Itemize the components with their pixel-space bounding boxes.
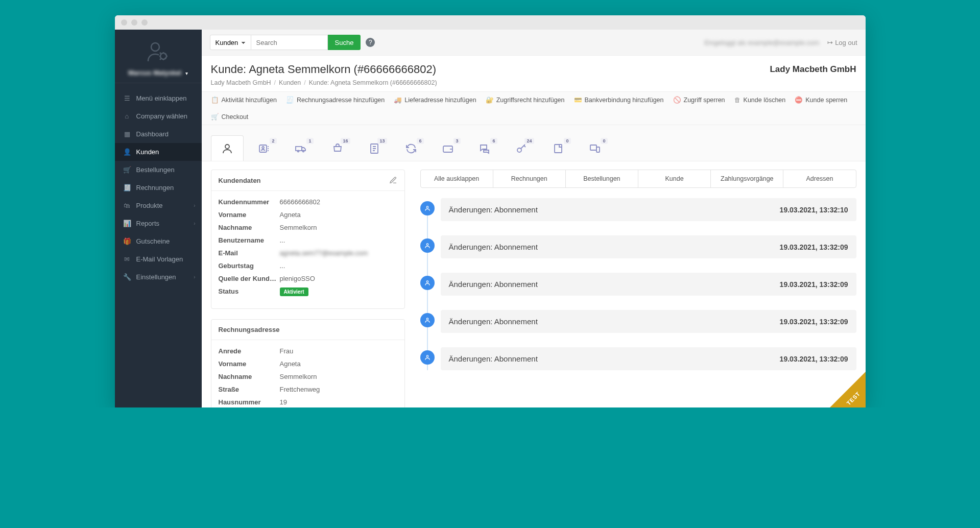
filter-bestellungen[interactable]: Bestellungen	[566, 170, 638, 187]
search-button[interactable]: Suche	[328, 35, 361, 50]
timeline-item[interactable]: Änderungen: Abonnement 19.03.2021, 13:32…	[441, 273, 856, 296]
sidebar-item-men-einklappen[interactable]: ☰Menü einklappen	[115, 89, 202, 107]
cart-icon: 🛒	[123, 166, 131, 174]
field-label: Quelle der Kundenre…	[219, 275, 280, 282]
panel-title: Kundendaten	[219, 177, 261, 184]
timeline-card: Änderungen: Abonnement 19.03.2021, 13:32…	[441, 198, 856, 221]
field-row: Geburtstag...	[219, 262, 397, 270]
sidebar-item-dashboard[interactable]: ▦Dashboard	[115, 125, 202, 143]
timeline-card: Änderungen: Abonnement 19.03.2021, 13:32…	[441, 347, 856, 370]
timeline-item[interactable]: Änderungen: Abonnement 19.03.2021, 13:32…	[441, 347, 856, 370]
action-aktivit-t-hinzuf-gen[interactable]: 📋Aktivität hinzufügen	[211, 96, 277, 104]
sidebar-item-gutscheine[interactable]: 🎁Gutscheine	[115, 232, 202, 250]
filter-alle-ausklappen[interactable]: Alle ausklappen	[421, 170, 493, 187]
page-header: Kunde: Agneta Semmelkorn (#66666666802) …	[202, 55, 866, 92]
tab-invoice[interactable]: 13	[358, 135, 391, 161]
action-kunde-sperren[interactable]: ⛔Kunde sperren	[795, 96, 847, 104]
filter-rechnungen[interactable]: Rechnungen	[493, 170, 566, 187]
titlebar	[115, 15, 866, 30]
timeline-item[interactable]: Änderungen: Abonnement 19.03.2021, 13:32…	[441, 235, 856, 258]
svg-point-0	[151, 43, 159, 51]
sidebar-item-company-w-hlen[interactable]: ⌂Company wählen	[115, 107, 202, 125]
action-zugriffsrecht-hinzuf-gen[interactable]: 🔐Zugriffsrecht hinzufügen	[486, 96, 565, 104]
sidebar-user-block[interactable]: Marcus Matyskel ▾	[115, 30, 202, 83]
logout-link[interactable]: ↦ Log out	[827, 39, 857, 46]
breadcrumb-item[interactable]: Kunden	[279, 79, 301, 86]
sidebar-item-label: Kunden	[136, 148, 159, 156]
edit-icon[interactable]	[389, 176, 397, 184]
settings-icon: 🔧	[123, 273, 131, 281]
filter-zahlungsvorg-nge[interactable]: Zahlungsvorgänge	[711, 170, 783, 187]
panel-kundendaten: Kundendaten Kundennummer66666666802Vorna…	[211, 170, 405, 309]
tab-badge: 0	[564, 138, 570, 144]
timeline-filters: Alle ausklappenRechnungenBestellungenKun…	[420, 170, 856, 188]
gift-icon: 🎁	[123, 237, 131, 245]
timeline-item[interactable]: Änderungen: Abonnement 19.03.2021, 13:32…	[441, 198, 856, 221]
tab-sync[interactable]: 6	[395, 135, 427, 161]
sidebar-user-name: Marcus Matyskel	[128, 69, 181, 77]
tab-wallet[interactable]: 3	[432, 135, 464, 161]
tab-badge: 1	[306, 138, 313, 144]
tab-cart[interactable]: 16	[321, 135, 354, 161]
field-label: Benutzername	[219, 236, 280, 244]
sidebar-item-produkte[interactable]: 🛍Produkte›	[115, 197, 202, 214]
svg-point-16	[426, 281, 428, 283]
home-icon: ⌂	[123, 112, 131, 120]
traffic-light-min[interactable]	[131, 19, 137, 26]
action-zugriff-sperren[interactable]: 🚫Zugriff sperren	[673, 96, 725, 104]
search-input[interactable]	[251, 35, 328, 50]
filter-kunde[interactable]: Kunde	[638, 170, 711, 187]
svg-point-18	[426, 355, 428, 357]
traffic-light-max[interactable]	[141, 19, 148, 26]
help-icon[interactable]: ?	[366, 38, 375, 47]
breadcrumb: Lady Macbeth GmbH/Kunden/Kunde: Agneta S…	[211, 79, 856, 91]
status-badge: Aktiviert	[280, 287, 308, 296]
tab-chat[interactable]: 6	[468, 135, 501, 161]
timeline-title: Änderungen: Abonnement	[449, 243, 538, 251]
action-kunde-l-schen[interactable]: 🗑Kunde löschen	[734, 96, 786, 104]
sidebar-item-label: Company wählen	[136, 112, 187, 120]
sidebar-item-rechnungen[interactable]: 🧾Rechnungen	[115, 179, 202, 197]
tab-contacts[interactable]: 2	[248, 135, 280, 161]
action-bankverbindung-hinzuf-gen[interactable]: 💳Bankverbindung hinzufügen	[574, 96, 664, 104]
field-label: Vorname	[219, 360, 280, 368]
sidebar-item-einstellungen[interactable]: 🔧Einstellungen›	[115, 268, 202, 286]
action-lieferadresse-hinzuf-gen[interactable]: 🚚Lieferadresse hinzufügen	[394, 96, 476, 104]
main-area: Kunden Suche ? Eingeloggt als example@ex…	[202, 30, 866, 407]
content-row: Kundendaten Kundennummer66666666802Vorna…	[202, 161, 866, 407]
field-value: Semmelkorn	[280, 224, 317, 231]
action-icon: 🔐	[486, 96, 494, 104]
timeline-user-icon	[420, 238, 435, 253]
field-label: Kundennummer	[219, 198, 280, 206]
search-entity-select[interactable]: Kunden	[210, 35, 251, 50]
timeline-item[interactable]: Änderungen: Abonnement 19.03.2021, 13:32…	[441, 310, 856, 333]
tab-shipping[interactable]: 1	[284, 135, 317, 161]
tab-user[interactable]	[211, 135, 244, 161]
tab-note[interactable]: 0	[542, 135, 575, 161]
field-row: StatusAktiviert	[219, 287, 397, 296]
mail-icon: ✉	[123, 255, 131, 263]
field-label: Geburtstag	[219, 262, 280, 270]
sidebar-item-bestellungen[interactable]: 🛒Bestellungen	[115, 161, 202, 179]
sidebar-item-reports[interactable]: 📊Reports›	[115, 214, 202, 232]
field-value: ...	[280, 236, 285, 244]
traffic-light-close[interactable]	[121, 19, 127, 26]
sidebar-item-label: Rechnungen	[136, 184, 174, 191]
field-label: Anrede	[219, 347, 280, 355]
action-checkout[interactable]: 🛒Checkout	[211, 113, 249, 121]
field-value: plenigoSSO	[280, 275, 315, 282]
action-rechnungsadresse-hinzuf-gen[interactable]: 🧾Rechnungsadresse hinzufügen	[286, 96, 385, 104]
action-icon: 💳	[574, 96, 582, 104]
tab-key[interactable]: 24	[505, 135, 538, 161]
svg-point-10	[517, 148, 521, 152]
breadcrumb-item[interactable]: Lady Macbeth GmbH	[211, 79, 271, 86]
tab-badge: 0	[601, 138, 607, 144]
filter-adressen[interactable]: Adressen	[783, 170, 855, 187]
sidebar-item-e-mail-vorlagen[interactable]: ✉E-Mail Vorlagen	[115, 250, 202, 268]
action-icon: ⛔	[795, 96, 803, 104]
caret-down-icon: ▾	[185, 70, 188, 76]
field-label: Hausnummer	[219, 398, 280, 406]
sidebar-item-kunden[interactable]: 👤Kunden	[115, 143, 202, 161]
tab-devices[interactable]: 0	[579, 135, 611, 161]
tab-badge: 16	[341, 138, 350, 144]
